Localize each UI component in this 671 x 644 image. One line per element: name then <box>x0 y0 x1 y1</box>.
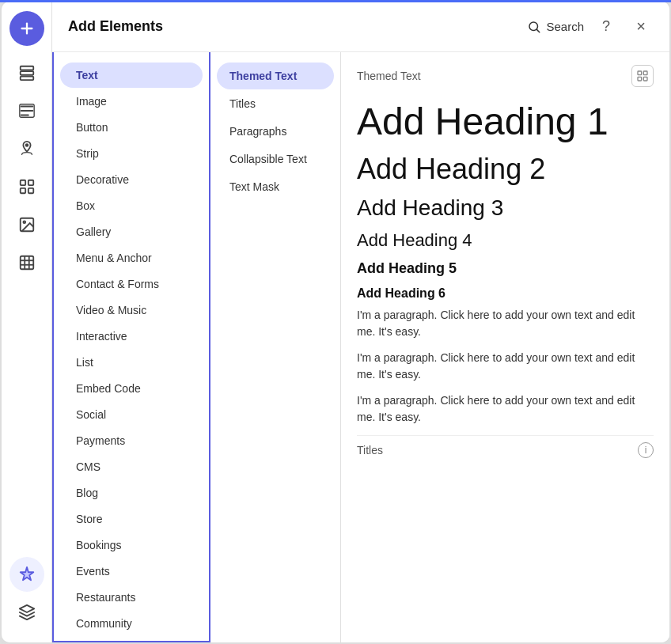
preview-section-icon[interactable] <box>631 65 654 87</box>
main-panel: Add Elements Search ? × Text Image Butto <box>52 2 669 642</box>
table-sidebar-button[interactable] <box>9 245 44 280</box>
heading-4-preview[interactable]: Add Heading 4 <box>357 227 654 257</box>
search-icon <box>527 20 541 34</box>
category-item-decorative[interactable]: Decorative <box>60 167 203 192</box>
category-item-community[interactable]: Community <box>60 611 203 636</box>
svg-rect-7 <box>20 180 25 185</box>
category-item-store[interactable]: Store <box>60 506 203 532</box>
svg-rect-23 <box>643 77 647 81</box>
category-item-interactive[interactable]: Interactive <box>60 324 203 349</box>
category-item-restaurants[interactable]: Restaurants <box>60 585 203 610</box>
top-accent <box>0 0 671 2</box>
category-item-box[interactable]: Box <box>60 193 203 218</box>
category-item-video-music[interactable]: Video & Music <box>60 297 203 323</box>
heading-1-preview[interactable]: Add Heading 1 <box>357 97 654 150</box>
image-sidebar-button[interactable] <box>9 207 44 242</box>
paragraph-3-preview[interactable]: I'm a paragraph. Click here to add your … <box>357 392 654 426</box>
category-item-contact-forms[interactable]: Contact & Forms <box>60 271 203 297</box>
heading-3-preview[interactable]: Add Heading 3 <box>357 192 654 227</box>
heading-3-text: Add Heading 3 <box>357 195 654 221</box>
category-item-bookings[interactable]: Bookings <box>60 532 203 558</box>
category-item-cms[interactable]: CMS <box>60 454 203 479</box>
category-item-menu-anchor[interactable]: Menu & Anchor <box>60 245 203 271</box>
category-item-button[interactable]: Button <box>60 115 203 140</box>
search-label: Search <box>546 20 584 33</box>
apps-sidebar-button[interactable] <box>9 169 44 204</box>
ai-sidebar-button[interactable] <box>9 557 44 592</box>
category-item-list[interactable]: List <box>60 350 203 375</box>
svg-rect-4 <box>20 77 33 81</box>
svg-rect-3 <box>20 71 33 75</box>
category-list: Text Image Button Strip Decorative Box G… <box>52 52 210 642</box>
subcategory-item-collapsible-text[interactable]: Collapsible Text <box>217 146 334 172</box>
svg-line-19 <box>537 29 540 32</box>
category-item-strip[interactable]: Strip <box>60 141 203 166</box>
category-item-my-designs[interactable]: My Designs <box>60 637 203 642</box>
svg-rect-8 <box>28 180 32 185</box>
add-elements-button[interactable] <box>9 11 44 46</box>
paragraph-2-preview[interactable]: I'm a paragraph. Click here to add your … <box>357 350 654 383</box>
heading-2-preview[interactable]: Add Heading 2 <box>357 150 654 192</box>
category-item-blog[interactable]: Blog <box>60 480 203 506</box>
category-item-social[interactable]: Social <box>60 402 203 427</box>
sidebar-bottom <box>9 557 44 642</box>
preview-section-title: Themed Text <box>357 70 421 82</box>
help-button[interactable]: ? <box>593 14 619 40</box>
svg-point-6 <box>25 144 28 146</box>
bottom-section-title: Titles <box>357 444 383 456</box>
svg-rect-10 <box>28 188 32 193</box>
svg-rect-21 <box>643 71 647 75</box>
preview-area: Themed Text Add Heading 1 Add Headi <box>341 52 669 642</box>
preview-section-header: Themed Text <box>357 65 654 87</box>
content-area: Text Image Button Strip Decorative Box G… <box>52 52 669 642</box>
subcategory-item-titles[interactable]: Titles <box>217 90 334 117</box>
category-item-events[interactable]: Events <box>60 559 203 584</box>
sections-sidebar-button[interactable] <box>9 55 44 90</box>
close-button[interactable]: × <box>628 14 654 40</box>
panel-header: Add Elements Search ? × <box>52 2 669 52</box>
paragraph-1-preview[interactable]: I'm a paragraph. Click here to add your … <box>357 307 654 340</box>
info-icon[interactable]: i <box>638 442 654 458</box>
svg-rect-22 <box>638 77 642 81</box>
heading-6-preview[interactable]: Add Heading 6 <box>357 283 654 307</box>
panel-title: Add Elements <box>68 18 527 35</box>
paint-sidebar-button[interactable] <box>9 131 44 166</box>
heading-2-text: Add Heading 2 <box>357 153 654 186</box>
layers-sidebar-button[interactable] <box>9 595 44 630</box>
subcategory-item-text-mask[interactable]: Text Mask <box>217 173 334 200</box>
category-item-payments[interactable]: Payments <box>60 428 203 453</box>
svg-rect-20 <box>638 71 642 75</box>
svg-rect-2 <box>20 66 33 70</box>
heading-5-text: Add Heading 5 <box>357 260 654 277</box>
text-sidebar-button[interactable] <box>9 93 44 128</box>
heading-6-text: Add Heading 6 <box>357 286 654 301</box>
subcategory-list: Themed Text Titles Paragraphs Collapsibl… <box>210 52 341 642</box>
svg-rect-9 <box>20 188 25 193</box>
subcategory-item-paragraphs[interactable]: Paragraphs <box>217 118 334 145</box>
heading-1-text: Add Heading 1 <box>357 100 654 143</box>
category-item-embed-code[interactable]: Embed Code <box>60 376 203 401</box>
category-item-image[interactable]: Image <box>60 89 203 114</box>
section-divider: Titles i <box>357 435 654 458</box>
icon-sidebar <box>2 2 52 642</box>
category-item-gallery[interactable]: Gallery <box>60 219 203 244</box>
header-actions: Search ? × <box>527 14 654 40</box>
heading-4-text: Add Heading 4 <box>357 230 654 251</box>
heading-5-preview[interactable]: Add Heading 5 <box>357 257 654 283</box>
subcategory-item-themed-text[interactable]: Themed Text <box>217 63 334 89</box>
svg-point-12 <box>23 221 25 223</box>
svg-rect-13 <box>20 256 33 270</box>
category-item-text[interactable]: Text <box>60 63 203 88</box>
search-area[interactable]: Search <box>527 20 584 34</box>
app-window: Add Elements Search ? × Text Image Butto <box>0 0 671 644</box>
